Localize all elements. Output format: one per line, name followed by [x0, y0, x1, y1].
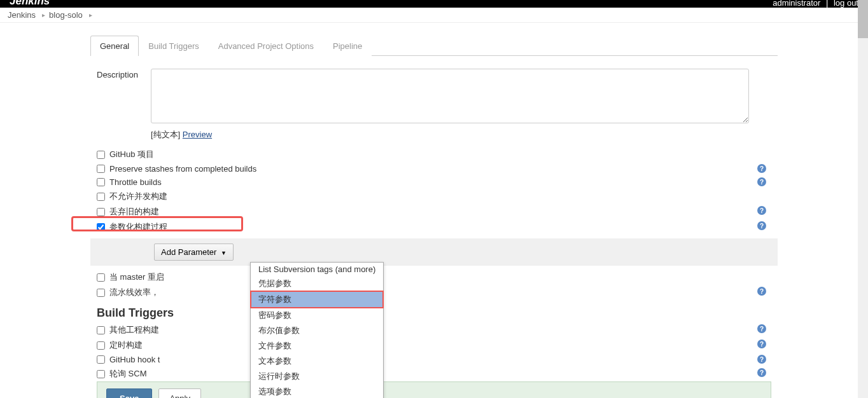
build-triggers-header: Build Triggers	[90, 300, 778, 322]
help-icon[interactable]	[757, 206, 766, 215]
timed-build-label[interactable]: 定时构建	[109, 340, 143, 351]
tab-general[interactable]: General	[90, 36, 139, 56]
help-icon[interactable]	[757, 340, 766, 348]
menu-item-string-param[interactable]: 字符参数	[250, 291, 384, 308]
github-hook-checkbox[interactable]	[97, 355, 105, 364]
menu-item-runtime-param[interactable]: 运行时参数	[251, 369, 383, 384]
help-icon[interactable]	[757, 368, 766, 377]
checkbox-row-other-builds: 其他工程构建	[90, 322, 778, 338]
add-parameter-dropdown: List Subversion tags (and more) 凭据参数 字符参…	[250, 262, 384, 398]
master-restart-label[interactable]: 当 master 重启	[109, 271, 164, 283]
description-hint: [纯文本] Preview	[90, 129, 778, 141]
checkbox-row-parameterize: 参数化构建过程	[90, 219, 778, 235]
breadcrumb-item-project[interactable]: blog-solo	[49, 10, 83, 20]
discard-old-checkbox[interactable]	[97, 208, 105, 216]
menu-item-credential-param[interactable]: 凭据参数	[251, 276, 383, 291]
tabs-bar: General Build Triggers Advanced Project …	[90, 36, 778, 56]
master-restart-checkbox[interactable]	[97, 273, 105, 282]
menu-item-file-param[interactable]: 文件参数	[251, 338, 383, 353]
breadcrumb: Jenkins ▸ blog-solo ▸	[0, 8, 868, 23]
help-icon[interactable]	[757, 164, 766, 173]
header-user-area: administrator | log out	[773, 0, 858, 8]
checkbox-row-github-project: GitHub 项目	[90, 147, 778, 162]
plain-text-hint: [纯文本]	[151, 130, 180, 139]
checkbox-row-pipeline-eff: 流水线效率，	[90, 285, 778, 300]
help-icon[interactable]	[757, 177, 766, 186]
no-concurrent-label[interactable]: 不允许并发构建	[109, 191, 167, 202]
tab-advanced-options[interactable]: Advanced Project Options	[209, 36, 323, 56]
poll-scm-label[interactable]: 轮询 SCM	[109, 368, 147, 380]
apply-button[interactable]: Apply	[158, 388, 201, 398]
button-bar: Save Apply (e.g., from scripts)	[97, 381, 771, 398]
menu-item-password-param[interactable]: 密码参数	[251, 308, 383, 323]
menu-item-boolean-param[interactable]: 布尔值参数	[251, 323, 383, 338]
checkbox-row-discard-old: 丢弃旧的构建	[90, 204, 778, 219]
github-project-label[interactable]: GitHub 项目	[109, 149, 154, 160]
preserve-stashes-checkbox[interactable]	[97, 165, 105, 173]
add-parameter-button[interactable]: Add Parameter ▼	[154, 244, 234, 261]
poll-scm-checkbox[interactable]	[97, 370, 105, 378]
checkbox-row-master-restart: 当 master 重启	[90, 270, 778, 285]
scrollbar-thumb[interactable]	[858, 0, 868, 38]
top-header-bar: Jenkins administrator | log out	[0, 0, 868, 8]
main-content: General Build Triggers Advanced Project …	[90, 23, 778, 398]
help-icon[interactable]	[757, 287, 766, 296]
jenkins-logo-text[interactable]: Jenkins	[10, 0, 50, 8]
tab-build-triggers[interactable]: Build Triggers	[139, 36, 208, 56]
parameter-section: Add Parameter ▼	[90, 238, 778, 266]
other-builds-checkbox[interactable]	[97, 326, 105, 334]
other-builds-label[interactable]: 其他工程构建	[109, 324, 159, 336]
checkbox-row-poll-scm: 轮询 SCM	[90, 366, 778, 381]
no-concurrent-checkbox[interactable]	[97, 193, 105, 201]
chevron-down-icon: ▼	[221, 250, 227, 256]
preview-link[interactable]: Preview	[183, 130, 212, 139]
timed-build-checkbox[interactable]	[97, 341, 105, 350]
page-scrollbar[interactable]	[858, 0, 868, 398]
description-row: Description	[90, 69, 778, 125]
breadcrumb-item-jenkins[interactable]: Jenkins	[8, 10, 36, 20]
parameterize-label[interactable]: 参数化构建过程	[109, 221, 167, 233]
checkbox-row-throttle-builds: Throttle builds	[90, 175, 778, 189]
help-icon[interactable]	[757, 324, 766, 333]
menu-item-choice-param[interactable]: 选项参数	[251, 384, 383, 398]
add-parameter-label: Add Parameter	[161, 247, 216, 257]
github-project-checkbox[interactable]	[97, 151, 105, 159]
pipeline-eff-checkbox[interactable]	[97, 289, 105, 297]
checkbox-row-no-concurrent: 不允许并发构建	[90, 189, 778, 204]
header-username[interactable]: administrator	[773, 0, 820, 8]
throttle-builds-label[interactable]: Throttle builds	[109, 177, 162, 187]
chevron-right-icon: ▸	[89, 11, 92, 18]
chevron-right-icon: ▸	[42, 11, 45, 18]
menu-item-text-param[interactable]: 文本参数	[251, 353, 383, 369]
parameterize-checkbox[interactable]	[97, 223, 105, 231]
discard-old-label[interactable]: 丢弃旧的构建	[109, 206, 159, 217]
preserve-stashes-label[interactable]: Preserve stashes from completed builds	[109, 164, 256, 174]
help-icon[interactable]	[757, 355, 766, 364]
logo-area: Jenkins	[10, 0, 50, 8]
description-textarea[interactable]	[151, 69, 749, 123]
logout-link[interactable]: log out	[834, 0, 858, 8]
save-button[interactable]: Save	[106, 388, 152, 398]
pipeline-eff-label[interactable]: 流水线效率，	[109, 287, 159, 298]
menu-item-list-svn-tags[interactable]: List Subversion tags (and more)	[251, 263, 383, 276]
throttle-builds-checkbox[interactable]	[97, 178, 105, 186]
checkbox-row-timed-build: 定时构建	[90, 338, 778, 353]
description-label: Description	[97, 69, 151, 125]
header-separator: |	[826, 0, 828, 8]
checkbox-row-github-hook: GitHub hook t	[90, 353, 778, 366]
help-icon[interactable]	[757, 221, 766, 230]
tab-pipeline[interactable]: Pipeline	[323, 36, 372, 56]
checkbox-row-preserve-stashes: Preserve stashes from completed builds	[90, 162, 778, 175]
github-hook-label[interactable]: GitHub hook t	[109, 355, 160, 364]
